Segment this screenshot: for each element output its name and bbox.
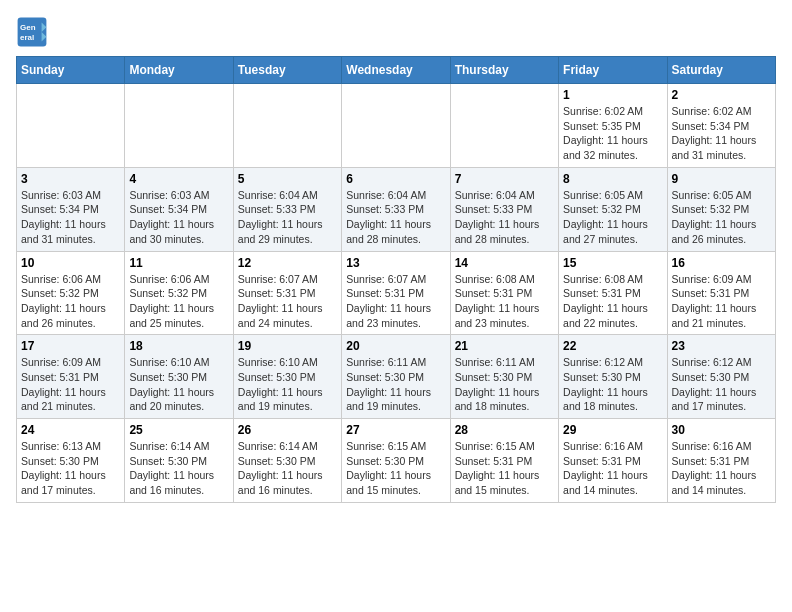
- day-info: Sunrise: 6:04 AM Sunset: 5:33 PM Dayligh…: [238, 188, 337, 247]
- weekday-header-sunday: Sunday: [17, 57, 125, 84]
- day-number: 28: [455, 423, 554, 437]
- day-number: 11: [129, 256, 228, 270]
- day-number: 4: [129, 172, 228, 186]
- page-header: Gen eral: [16, 16, 776, 48]
- day-info: Sunrise: 6:12 AM Sunset: 5:30 PM Dayligh…: [672, 355, 771, 414]
- day-number: 6: [346, 172, 445, 186]
- week-row-4: 24Sunrise: 6:13 AM Sunset: 5:30 PM Dayli…: [17, 419, 776, 503]
- day-info: Sunrise: 6:04 AM Sunset: 5:33 PM Dayligh…: [346, 188, 445, 247]
- week-row-1: 3Sunrise: 6:03 AM Sunset: 5:34 PM Daylig…: [17, 167, 776, 251]
- day-number: 21: [455, 339, 554, 353]
- weekday-header-saturday: Saturday: [667, 57, 775, 84]
- day-info: Sunrise: 6:06 AM Sunset: 5:32 PM Dayligh…: [21, 272, 120, 331]
- weekday-header-row: SundayMondayTuesdayWednesdayThursdayFrid…: [17, 57, 776, 84]
- day-number: 17: [21, 339, 120, 353]
- calendar-cell: 9Sunrise: 6:05 AM Sunset: 5:32 PM Daylig…: [667, 167, 775, 251]
- svg-text:eral: eral: [20, 33, 34, 42]
- day-info: Sunrise: 6:09 AM Sunset: 5:31 PM Dayligh…: [672, 272, 771, 331]
- day-number: 7: [455, 172, 554, 186]
- calendar-cell: 5Sunrise: 6:04 AM Sunset: 5:33 PM Daylig…: [233, 167, 341, 251]
- day-info: Sunrise: 6:08 AM Sunset: 5:31 PM Dayligh…: [455, 272, 554, 331]
- day-info: Sunrise: 6:14 AM Sunset: 5:30 PM Dayligh…: [129, 439, 228, 498]
- week-row-3: 17Sunrise: 6:09 AM Sunset: 5:31 PM Dayli…: [17, 335, 776, 419]
- day-number: 10: [21, 256, 120, 270]
- day-info: Sunrise: 6:11 AM Sunset: 5:30 PM Dayligh…: [346, 355, 445, 414]
- logo-icon: Gen eral: [16, 16, 48, 48]
- day-number: 5: [238, 172, 337, 186]
- calendar-cell: 6Sunrise: 6:04 AM Sunset: 5:33 PM Daylig…: [342, 167, 450, 251]
- calendar-cell: 16Sunrise: 6:09 AM Sunset: 5:31 PM Dayli…: [667, 251, 775, 335]
- calendar-cell: 24Sunrise: 6:13 AM Sunset: 5:30 PM Dayli…: [17, 419, 125, 503]
- day-info: Sunrise: 6:11 AM Sunset: 5:30 PM Dayligh…: [455, 355, 554, 414]
- day-info: Sunrise: 6:02 AM Sunset: 5:35 PM Dayligh…: [563, 104, 662, 163]
- day-info: Sunrise: 6:15 AM Sunset: 5:30 PM Dayligh…: [346, 439, 445, 498]
- calendar-cell: 12Sunrise: 6:07 AM Sunset: 5:31 PM Dayli…: [233, 251, 341, 335]
- calendar-cell: 3Sunrise: 6:03 AM Sunset: 5:34 PM Daylig…: [17, 167, 125, 251]
- day-info: Sunrise: 6:02 AM Sunset: 5:34 PM Dayligh…: [672, 104, 771, 163]
- calendar-cell: [342, 84, 450, 168]
- calendar-cell: 22Sunrise: 6:12 AM Sunset: 5:30 PM Dayli…: [559, 335, 667, 419]
- svg-text:Gen: Gen: [20, 23, 36, 32]
- day-number: 15: [563, 256, 662, 270]
- day-info: Sunrise: 6:10 AM Sunset: 5:30 PM Dayligh…: [238, 355, 337, 414]
- calendar-cell: 27Sunrise: 6:15 AM Sunset: 5:30 PM Dayli…: [342, 419, 450, 503]
- day-info: Sunrise: 6:06 AM Sunset: 5:32 PM Dayligh…: [129, 272, 228, 331]
- calendar-cell: 21Sunrise: 6:11 AM Sunset: 5:30 PM Dayli…: [450, 335, 558, 419]
- calendar-cell: 29Sunrise: 6:16 AM Sunset: 5:31 PM Dayli…: [559, 419, 667, 503]
- calendar-cell: 1Sunrise: 6:02 AM Sunset: 5:35 PM Daylig…: [559, 84, 667, 168]
- day-info: Sunrise: 6:04 AM Sunset: 5:33 PM Dayligh…: [455, 188, 554, 247]
- day-number: 30: [672, 423, 771, 437]
- day-info: Sunrise: 6:03 AM Sunset: 5:34 PM Dayligh…: [129, 188, 228, 247]
- calendar-cell: 18Sunrise: 6:10 AM Sunset: 5:30 PM Dayli…: [125, 335, 233, 419]
- day-number: 2: [672, 88, 771, 102]
- day-info: Sunrise: 6:05 AM Sunset: 5:32 PM Dayligh…: [672, 188, 771, 247]
- calendar-cell: 2Sunrise: 6:02 AM Sunset: 5:34 PM Daylig…: [667, 84, 775, 168]
- day-number: 20: [346, 339, 445, 353]
- week-row-2: 10Sunrise: 6:06 AM Sunset: 5:32 PM Dayli…: [17, 251, 776, 335]
- calendar-cell: 28Sunrise: 6:15 AM Sunset: 5:31 PM Dayli…: [450, 419, 558, 503]
- calendar-cell: [450, 84, 558, 168]
- day-number: 13: [346, 256, 445, 270]
- calendar-cell: [17, 84, 125, 168]
- day-number: 12: [238, 256, 337, 270]
- day-info: Sunrise: 6:03 AM Sunset: 5:34 PM Dayligh…: [21, 188, 120, 247]
- day-number: 26: [238, 423, 337, 437]
- weekday-header-tuesday: Tuesday: [233, 57, 341, 84]
- day-number: 29: [563, 423, 662, 437]
- day-number: 25: [129, 423, 228, 437]
- day-number: 23: [672, 339, 771, 353]
- day-number: 9: [672, 172, 771, 186]
- day-number: 3: [21, 172, 120, 186]
- calendar-cell: 7Sunrise: 6:04 AM Sunset: 5:33 PM Daylig…: [450, 167, 558, 251]
- day-info: Sunrise: 6:09 AM Sunset: 5:31 PM Dayligh…: [21, 355, 120, 414]
- calendar-cell: 20Sunrise: 6:11 AM Sunset: 5:30 PM Dayli…: [342, 335, 450, 419]
- day-number: 19: [238, 339, 337, 353]
- calendar-cell: 30Sunrise: 6:16 AM Sunset: 5:31 PM Dayli…: [667, 419, 775, 503]
- day-info: Sunrise: 6:07 AM Sunset: 5:31 PM Dayligh…: [346, 272, 445, 331]
- calendar-cell: 8Sunrise: 6:05 AM Sunset: 5:32 PM Daylig…: [559, 167, 667, 251]
- day-number: 24: [21, 423, 120, 437]
- calendar-cell: [233, 84, 341, 168]
- calendar-cell: 4Sunrise: 6:03 AM Sunset: 5:34 PM Daylig…: [125, 167, 233, 251]
- calendar-cell: 26Sunrise: 6:14 AM Sunset: 5:30 PM Dayli…: [233, 419, 341, 503]
- calendar-cell: 10Sunrise: 6:06 AM Sunset: 5:32 PM Dayli…: [17, 251, 125, 335]
- calendar-cell: 15Sunrise: 6:08 AM Sunset: 5:31 PM Dayli…: [559, 251, 667, 335]
- weekday-header-thursday: Thursday: [450, 57, 558, 84]
- day-info: Sunrise: 6:14 AM Sunset: 5:30 PM Dayligh…: [238, 439, 337, 498]
- weekday-header-friday: Friday: [559, 57, 667, 84]
- calendar-cell: 19Sunrise: 6:10 AM Sunset: 5:30 PM Dayli…: [233, 335, 341, 419]
- calendar-cell: 11Sunrise: 6:06 AM Sunset: 5:32 PM Dayli…: [125, 251, 233, 335]
- weekday-header-wednesday: Wednesday: [342, 57, 450, 84]
- calendar-cell: 23Sunrise: 6:12 AM Sunset: 5:30 PM Dayli…: [667, 335, 775, 419]
- calendar-cell: 25Sunrise: 6:14 AM Sunset: 5:30 PM Dayli…: [125, 419, 233, 503]
- day-number: 8: [563, 172, 662, 186]
- day-info: Sunrise: 6:16 AM Sunset: 5:31 PM Dayligh…: [672, 439, 771, 498]
- calendar-cell: 13Sunrise: 6:07 AM Sunset: 5:31 PM Dayli…: [342, 251, 450, 335]
- day-info: Sunrise: 6:08 AM Sunset: 5:31 PM Dayligh…: [563, 272, 662, 331]
- calendar-cell: 17Sunrise: 6:09 AM Sunset: 5:31 PM Dayli…: [17, 335, 125, 419]
- calendar-cell: [125, 84, 233, 168]
- day-info: Sunrise: 6:07 AM Sunset: 5:31 PM Dayligh…: [238, 272, 337, 331]
- day-info: Sunrise: 6:10 AM Sunset: 5:30 PM Dayligh…: [129, 355, 228, 414]
- day-number: 14: [455, 256, 554, 270]
- day-info: Sunrise: 6:15 AM Sunset: 5:31 PM Dayligh…: [455, 439, 554, 498]
